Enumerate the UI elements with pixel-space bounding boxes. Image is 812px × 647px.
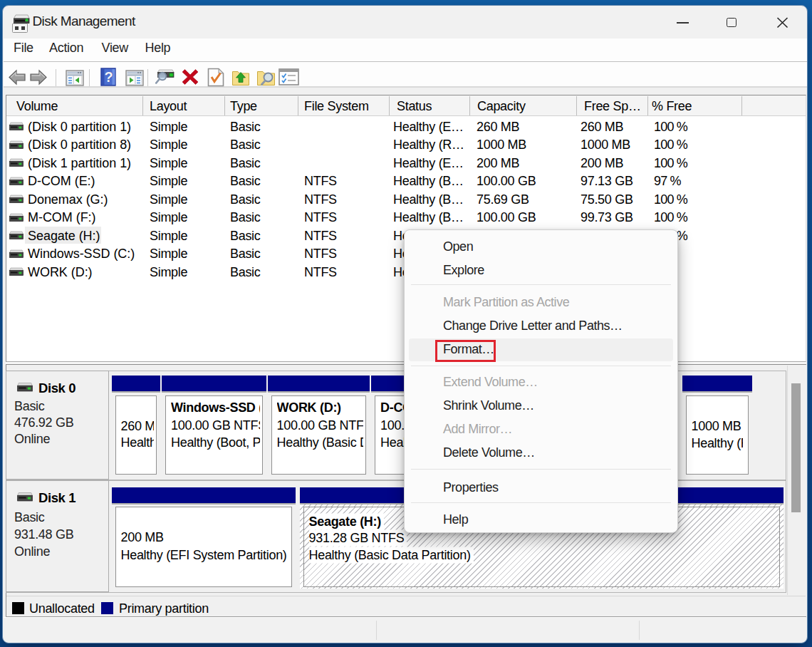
svg-text:?: ? [105,69,113,85]
